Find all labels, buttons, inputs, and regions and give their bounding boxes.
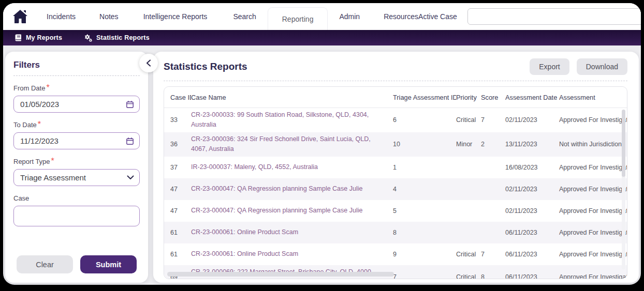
cell-assessment-date: 02/11/2023 (505, 186, 559, 193)
chevron-down-icon (127, 175, 134, 180)
report-type-select[interactable]: Triage Assessment (13, 169, 140, 186)
home-icon[interactable] (12, 9, 28, 24)
table-row[interactable]: 61 CR-23-000061: Online Product Scam 8 0… (164, 222, 627, 243)
nav-item-reporting-label: Reporting (282, 15, 314, 23)
from-date-value: 01/05/2023 (20, 100, 126, 109)
subnav-item-statistic-reports[interactable]: Statistic Reports (84, 34, 150, 42)
nav-item-search[interactable]: Search (233, 12, 256, 21)
cell-case-id: 36 (170, 141, 191, 148)
cell-triage-assessment-id: 1 (393, 164, 456, 171)
nav-item-admin[interactable]: Admin (339, 12, 360, 21)
report-type-required-asterisk: * (51, 157, 54, 165)
cell-assessment: Approved For Investigatic (559, 229, 627, 236)
cell-case-name: CR-23-000061: Online Product Scam (191, 227, 393, 237)
column-header-case-id: Case ID (170, 94, 191, 101)
cell-case-name: CR-23-000033: 99 South Station Road, Sil… (191, 110, 393, 130)
table-header-row: Case ID Case Name Triage Assessment ID P… (164, 87, 627, 108)
table-row[interactable]: 33 CR-23-000033: 99 South Station Road, … (164, 108, 627, 132)
cell-priority: Minor (456, 141, 481, 148)
calendar-icon[interactable] (126, 137, 134, 145)
statistics-reports-panel: Statistics Reports Export Download Case … (153, 52, 639, 283)
submit-button[interactable]: Submit (80, 255, 137, 273)
cell-assessment-date: 02/11/2023 (505, 207, 559, 215)
chevron-left-icon (146, 59, 151, 67)
column-header-assessment: Assessment (559, 94, 627, 101)
vertical-scrollbar[interactable] (622, 110, 625, 269)
content-area: Filters From Date* 01/05/2023 (3, 45, 641, 285)
horizontal-scrollbar[interactable] (167, 272, 603, 277)
cell-case-id: 37 (170, 164, 191, 171)
case-field[interactable] (13, 206, 140, 226)
gears-icon (84, 34, 92, 42)
report-type-label: Report Type (13, 158, 50, 165)
column-header-score: Score (481, 94, 505, 101)
active-case-cluster: Active Case J (418, 6, 641, 27)
nav-item-incidents[interactable]: Incidents (47, 12, 76, 21)
table-row[interactable]: 61 CR-23-000061: Online Product Scam 9 C… (164, 243, 627, 265)
nav-item-notes[interactable]: Notes (99, 12, 119, 21)
column-header-case-name: Case Name (191, 94, 393, 101)
to-date-label: To Date (13, 121, 37, 129)
reports-table: Case ID Case Name Triage Assessment ID P… (164, 86, 627, 279)
vertical-scrollbar-thumb[interactable] (622, 110, 625, 177)
book-icon (14, 34, 22, 41)
page-title: Statistics Reports (164, 61, 530, 72)
to-date-field[interactable]: 11/12/2023 (13, 132, 140, 149)
filters-actions: Clear Submit (13, 255, 140, 274)
cell-case-id: 61 (170, 251, 191, 258)
cell-assessment: Approved For Investigatic (559, 116, 627, 124)
to-date-required-asterisk: * (38, 120, 41, 129)
export-button[interactable]: Export (530, 58, 569, 75)
table-row[interactable]: 47 CR-23-000047: QA Regression planning … (164, 200, 627, 222)
from-date-required-asterisk: * (46, 83, 49, 92)
cell-case-name: CR-23-000047: QA Regression planning Sam… (191, 184, 393, 194)
cell-assessment: Approved For Investigatic (559, 164, 627, 171)
cell-case-name: CR-23-000036: 324 Sir Fred Schonell Driv… (191, 134, 393, 155)
from-date-label: From Date (13, 84, 45, 92)
case-label: Case (13, 194, 29, 202)
active-case-input[interactable] (467, 8, 641, 25)
subnav-statistic-reports-label: Statistic Reports (96, 34, 150, 41)
nav-item-resources[interactable]: Resources (384, 12, 418, 21)
cell-triage-assessment-id: 5 (393, 207, 456, 215)
cell-case-id: 47 (170, 207, 191, 215)
reports-sub-navigation: My Reports Statistic Reports (3, 30, 641, 45)
download-button[interactable]: Download (577, 58, 627, 75)
cell-priority: Critical (456, 116, 481, 124)
cell-case-name: CR-23-000047: QA Regression planning Sam… (191, 206, 393, 216)
cell-triage-assessment-id: 10 (393, 141, 456, 148)
subnav-item-my-reports[interactable]: My Reports (14, 34, 62, 41)
table-row[interactable]: 36 CR-23-000036: 324 Sir Fred Schonell D… (164, 132, 627, 157)
cell-case-id: 47 (170, 186, 191, 193)
cell-triage-assessment-id: 8 (393, 229, 456, 236)
cell-assessment: Approved For Investigatic (559, 207, 627, 215)
nav-item-reporting-active[interactable]: Reporting (268, 7, 328, 30)
filters-title: Filters (13, 60, 140, 70)
cell-assessment: Not within Jurisdiction (559, 141, 627, 148)
horizontal-scrollbar-thumb[interactable] (167, 272, 394, 277)
cell-assessment-date: 06/11/2023 (505, 229, 559, 236)
column-header-priority: Priority (456, 94, 481, 101)
calendar-icon[interactable] (126, 100, 134, 109)
cell-assessment-date: 02/11/2023 (505, 116, 559, 124)
table-row[interactable]: 47 CR-23-000047: QA Regression planning … (164, 178, 627, 200)
from-date-group: From Date* 01/05/2023 (13, 83, 140, 113)
cell-score: 7 (481, 116, 505, 124)
statistics-reports-header: Statistics Reports Export Download (164, 58, 627, 75)
cell-priority: Critical (456, 251, 481, 258)
cell-triage-assessment-id: 4 (393, 186, 456, 193)
column-header-assessment-date: Assessment Date (505, 94, 559, 101)
collapse-filters-button[interactable] (139, 54, 158, 72)
to-date-value: 11/12/2023 (20, 136, 126, 145)
cell-triage-assessment-id: 9 (393, 251, 456, 258)
cell-assessment: Approved For Investigatic (559, 186, 627, 193)
clear-button[interactable]: Clear (17, 255, 73, 273)
table-row[interactable]: 37 IR-23-000037: Maleny, QLD, 4552, Aust… (164, 157, 627, 178)
top-navigation-bar: Incidents Notes Intelligence Reports Sea… (3, 3, 641, 30)
report-type-value: Triage Assessment (20, 173, 127, 182)
cell-triage-assessment-id: 6 (393, 116, 456, 124)
from-date-field[interactable]: 01/05/2023 (13, 96, 140, 113)
cell-case-id: 61 (170, 229, 191, 236)
nav-item-intelligence-reports[interactable]: Intelligence Reports (143, 12, 208, 21)
case-group: Case (13, 193, 140, 226)
